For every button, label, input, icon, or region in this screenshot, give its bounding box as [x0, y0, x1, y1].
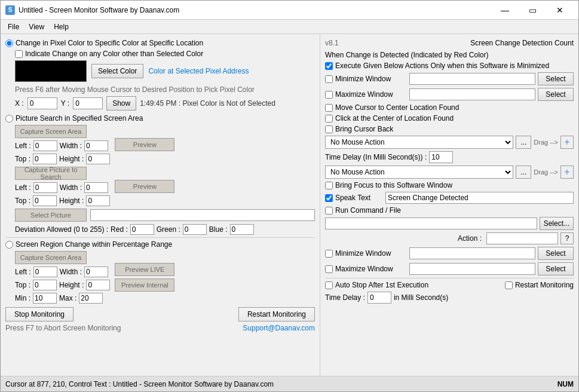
min-input[interactable] [33, 293, 57, 304]
maximize-window-label: Maximize Window [335, 90, 407, 99]
y-input[interactable] [73, 97, 103, 109]
width2-input[interactable] [84, 182, 108, 193]
width1-input[interactable] [84, 140, 108, 151]
right-panel-inner: v8.1 Screen Change Detection Count When … [325, 39, 574, 304]
picture-search-area: Capture Screen Area Left : Width : Top :… [15, 125, 315, 164]
color-address-link[interactable]: Color at Selected Pixel Address [148, 67, 249, 75]
close-window-btn[interactable]: ✕ [546, 1, 574, 20]
time-delay-input[interactable] [429, 151, 453, 163]
blue-input[interactable] [230, 224, 254, 235]
picture-path-input[interactable] [90, 209, 315, 221]
click-center-checkbox[interactable] [325, 115, 333, 122]
color-swatch[interactable] [15, 60, 87, 82]
radio1-label: Change in Pixel Color to Specific Color … [16, 39, 203, 47]
show-btn[interactable]: Show [106, 96, 136, 111]
top2-input[interactable] [33, 195, 57, 206]
capture-picture-btn[interactable]: Capture Picture to Search [15, 167, 87, 180]
preview-live-btn[interactable]: Preview LIVE [115, 263, 174, 276]
mouse-action-dropdown2[interactable]: No Mouse Action [325, 166, 513, 179]
left1-input[interactable] [33, 140, 57, 151]
restart-monitoring-checkbox[interactable] [505, 281, 513, 289]
move-cursor-checkbox[interactable] [325, 104, 333, 112]
select1-btn[interactable]: Select [538, 72, 574, 85]
milli-seconds-label: in Milli Second(s) [394, 293, 448, 302]
green-input[interactable] [183, 224, 207, 235]
maximize-window2-checkbox[interactable] [325, 265, 333, 273]
left1-label: Left : [15, 142, 31, 150]
execute-minimized-checkbox[interactable] [325, 62, 333, 70]
capture-screen-area-btn1[interactable]: Capture Screen Area [15, 125, 87, 138]
minimize-window2-checkbox[interactable] [325, 250, 333, 258]
menu-help[interactable]: Help [49, 22, 73, 32]
bring-focus-checkbox[interactable] [325, 182, 333, 189]
menu-file[interactable]: File [3, 22, 24, 32]
capture-screen-area-btn3[interactable]: Capture Screen Area [15, 251, 87, 264]
hint-support-row: Press F7 to Abort Screen Monitoring Supp… [5, 324, 315, 332]
preview1-btn[interactable]: Preview [115, 138, 174, 151]
preview2-btn[interactable]: Preview [115, 180, 174, 193]
minimize-window2-label: Minimize Window [335, 249, 407, 258]
stop-monitoring-btn[interactable]: Stop Monitoring [5, 307, 73, 321]
left3-input[interactable] [33, 267, 57, 277]
bring-cursor-checkbox[interactable] [325, 125, 333, 133]
max-label: Max : [59, 294, 76, 302]
mouse-action-dropdown1[interactable]: No Mouse Action [325, 136, 513, 149]
maximize-window2-input[interactable] [409, 263, 535, 275]
auto-stop-checkbox[interactable] [325, 281, 333, 289]
menu-view[interactable]: View [24, 22, 49, 32]
height2-input[interactable] [86, 195, 110, 206]
height3-input[interactable] [86, 280, 110, 290]
height1-input[interactable] [86, 154, 110, 164]
minimize-window2-input[interactable] [409, 247, 535, 259]
run-command-input-row: Select... [325, 217, 574, 230]
area2-coords: Left : Width : [15, 182, 110, 193]
red-input[interactable] [130, 224, 154, 235]
click-center-row: Click at the Center of Location Found [325, 114, 574, 122]
support-link[interactable]: Support@Daanav.com [243, 324, 315, 332]
radio3-row: Screen Region Change within Percentage R… [5, 240, 315, 249]
maximize-window-btn[interactable]: ▭ [519, 1, 546, 20]
top3-input[interactable] [33, 280, 57, 290]
run-command-checkbox[interactable] [325, 207, 333, 215]
dots-btn2[interactable]: ... [516, 166, 531, 179]
mouse-action-row2: No Mouse Action ... Drag --> + [325, 166, 574, 179]
left2-input[interactable] [33, 182, 57, 193]
execute-minimized-row: Execute Given Below Actions Only when th… [325, 62, 574, 70]
speak-text-checkbox[interactable] [325, 194, 333, 202]
minimize-window-input[interactable] [409, 73, 535, 85]
plus-btn1[interactable]: + [560, 136, 574, 149]
preview-internal-btn[interactable]: Preview Internal [115, 278, 174, 292]
select-dots-btn[interactable]: Select... [540, 217, 574, 230]
run-command-input[interactable] [325, 218, 537, 229]
select3-btn[interactable]: Select [538, 247, 574, 260]
select-color-btn[interactable]: Select Color [91, 64, 143, 78]
x-input[interactable] [27, 97, 57, 109]
select4-btn[interactable]: Select [538, 262, 574, 275]
minimize-window-checkbox[interactable] [325, 75, 333, 83]
radio1[interactable] [5, 39, 13, 47]
action-input[interactable] [486, 232, 558, 244]
width3-input[interactable] [84, 267, 108, 277]
bring-cursor-label: Bring Cursor Back [335, 125, 393, 133]
num-label: NUM [557, 380, 574, 388]
area2-coords2: Top : Height : [15, 195, 110, 206]
restart-monitoring-btn[interactable]: Restart Monitoring [238, 307, 315, 321]
select2-btn[interactable]: Select [538, 88, 574, 101]
plus-btn2[interactable]: + [560, 166, 574, 179]
auto-stop-row: Auto Stop After 1st Execution Restart Mo… [325, 281, 574, 289]
indicate-change-label: Indicate Change on any Color other than … [25, 50, 203, 58]
maximize-window-checkbox[interactable] [325, 91, 333, 99]
select-picture-btn[interactable]: Select Picture [15, 209, 87, 222]
speak-input[interactable] [385, 192, 574, 204]
radio2[interactable] [5, 115, 13, 122]
maximize-window-input[interactable] [409, 88, 535, 100]
indicate-change-checkbox[interactable] [15, 50, 23, 58]
max-input[interactable] [79, 293, 103, 304]
q-btn[interactable]: ? [560, 232, 574, 244]
deviation-row: Deviation Allowed (0 to 255) : Red : Gre… [15, 224, 315, 235]
top1-input[interactable] [33, 154, 57, 164]
minimize-window-btn[interactable]: — [491, 1, 519, 20]
dots-btn1[interactable]: ... [516, 136, 531, 149]
radio3[interactable] [5, 241, 13, 249]
time-delay2-input[interactable] [367, 292, 391, 304]
